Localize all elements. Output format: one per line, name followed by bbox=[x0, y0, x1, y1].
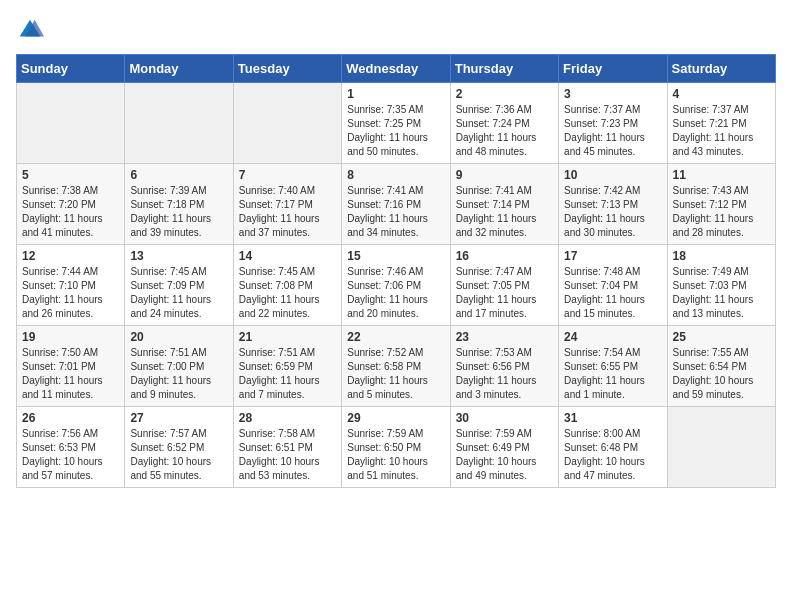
day-number: 11 bbox=[673, 168, 770, 182]
day-number: 21 bbox=[239, 330, 336, 344]
day-info: Sunrise: 7:43 AM Sunset: 7:12 PM Dayligh… bbox=[673, 184, 770, 240]
day-number: 4 bbox=[673, 87, 770, 101]
calendar-cell: 3Sunrise: 7:37 AM Sunset: 7:23 PM Daylig… bbox=[559, 83, 667, 164]
day-info: Sunrise: 7:52 AM Sunset: 6:58 PM Dayligh… bbox=[347, 346, 444, 402]
day-number: 15 bbox=[347, 249, 444, 263]
day-info: Sunrise: 7:44 AM Sunset: 7:10 PM Dayligh… bbox=[22, 265, 119, 321]
day-number: 23 bbox=[456, 330, 553, 344]
calendar-cell: 2Sunrise: 7:36 AM Sunset: 7:24 PM Daylig… bbox=[450, 83, 558, 164]
day-info: Sunrise: 7:53 AM Sunset: 6:56 PM Dayligh… bbox=[456, 346, 553, 402]
day-number: 19 bbox=[22, 330, 119, 344]
calendar-cell: 19Sunrise: 7:50 AM Sunset: 7:01 PM Dayli… bbox=[17, 326, 125, 407]
calendar-cell bbox=[17, 83, 125, 164]
calendar-cell: 22Sunrise: 7:52 AM Sunset: 6:58 PM Dayli… bbox=[342, 326, 450, 407]
day-number: 30 bbox=[456, 411, 553, 425]
day-info: Sunrise: 7:57 AM Sunset: 6:52 PM Dayligh… bbox=[130, 427, 227, 483]
day-info: Sunrise: 7:47 AM Sunset: 7:05 PM Dayligh… bbox=[456, 265, 553, 321]
day-number: 9 bbox=[456, 168, 553, 182]
day-number: 28 bbox=[239, 411, 336, 425]
day-info: Sunrise: 7:58 AM Sunset: 6:51 PM Dayligh… bbox=[239, 427, 336, 483]
day-number: 16 bbox=[456, 249, 553, 263]
day-number: 24 bbox=[564, 330, 661, 344]
day-number: 29 bbox=[347, 411, 444, 425]
calendar-cell: 21Sunrise: 7:51 AM Sunset: 6:59 PM Dayli… bbox=[233, 326, 341, 407]
weekday-header: Thursday bbox=[450, 55, 558, 83]
calendar-cell bbox=[233, 83, 341, 164]
day-info: Sunrise: 7:35 AM Sunset: 7:25 PM Dayligh… bbox=[347, 103, 444, 159]
calendar-cell: 16Sunrise: 7:47 AM Sunset: 7:05 PM Dayli… bbox=[450, 245, 558, 326]
calendar-cell: 8Sunrise: 7:41 AM Sunset: 7:16 PM Daylig… bbox=[342, 164, 450, 245]
day-info: Sunrise: 7:56 AM Sunset: 6:53 PM Dayligh… bbox=[22, 427, 119, 483]
calendar-cell: 1Sunrise: 7:35 AM Sunset: 7:25 PM Daylig… bbox=[342, 83, 450, 164]
day-number: 20 bbox=[130, 330, 227, 344]
calendar-cell: 31Sunrise: 8:00 AM Sunset: 6:48 PM Dayli… bbox=[559, 407, 667, 488]
calendar-week-row: 26Sunrise: 7:56 AM Sunset: 6:53 PM Dayli… bbox=[17, 407, 776, 488]
calendar-cell: 30Sunrise: 7:59 AM Sunset: 6:49 PM Dayli… bbox=[450, 407, 558, 488]
day-number: 13 bbox=[130, 249, 227, 263]
calendar-header-row: SundayMondayTuesdayWednesdayThursdayFrid… bbox=[17, 55, 776, 83]
day-info: Sunrise: 7:41 AM Sunset: 7:14 PM Dayligh… bbox=[456, 184, 553, 240]
day-info: Sunrise: 7:36 AM Sunset: 7:24 PM Dayligh… bbox=[456, 103, 553, 159]
weekday-header: Saturday bbox=[667, 55, 775, 83]
calendar-cell: 10Sunrise: 7:42 AM Sunset: 7:13 PM Dayli… bbox=[559, 164, 667, 245]
day-info: Sunrise: 7:45 AM Sunset: 7:09 PM Dayligh… bbox=[130, 265, 227, 321]
day-number: 22 bbox=[347, 330, 444, 344]
day-info: Sunrise: 7:51 AM Sunset: 6:59 PM Dayligh… bbox=[239, 346, 336, 402]
calendar-cell: 29Sunrise: 7:59 AM Sunset: 6:50 PM Dayli… bbox=[342, 407, 450, 488]
calendar-cell: 9Sunrise: 7:41 AM Sunset: 7:14 PM Daylig… bbox=[450, 164, 558, 245]
calendar-cell: 27Sunrise: 7:57 AM Sunset: 6:52 PM Dayli… bbox=[125, 407, 233, 488]
day-number: 27 bbox=[130, 411, 227, 425]
day-info: Sunrise: 8:00 AM Sunset: 6:48 PM Dayligh… bbox=[564, 427, 661, 483]
day-info: Sunrise: 7:51 AM Sunset: 7:00 PM Dayligh… bbox=[130, 346, 227, 402]
day-info: Sunrise: 7:46 AM Sunset: 7:06 PM Dayligh… bbox=[347, 265, 444, 321]
calendar-week-row: 5Sunrise: 7:38 AM Sunset: 7:20 PM Daylig… bbox=[17, 164, 776, 245]
logo bbox=[16, 16, 48, 44]
day-info: Sunrise: 7:48 AM Sunset: 7:04 PM Dayligh… bbox=[564, 265, 661, 321]
day-number: 26 bbox=[22, 411, 119, 425]
calendar-table: SundayMondayTuesdayWednesdayThursdayFrid… bbox=[16, 54, 776, 488]
day-info: Sunrise: 7:39 AM Sunset: 7:18 PM Dayligh… bbox=[130, 184, 227, 240]
day-info: Sunrise: 7:45 AM Sunset: 7:08 PM Dayligh… bbox=[239, 265, 336, 321]
calendar-week-row: 12Sunrise: 7:44 AM Sunset: 7:10 PM Dayli… bbox=[17, 245, 776, 326]
calendar-cell: 25Sunrise: 7:55 AM Sunset: 6:54 PM Dayli… bbox=[667, 326, 775, 407]
day-number: 8 bbox=[347, 168, 444, 182]
calendar-cell bbox=[125, 83, 233, 164]
calendar-cell: 24Sunrise: 7:54 AM Sunset: 6:55 PM Dayli… bbox=[559, 326, 667, 407]
day-number: 7 bbox=[239, 168, 336, 182]
day-info: Sunrise: 7:38 AM Sunset: 7:20 PM Dayligh… bbox=[22, 184, 119, 240]
calendar-cell: 26Sunrise: 7:56 AM Sunset: 6:53 PM Dayli… bbox=[17, 407, 125, 488]
weekday-header: Friday bbox=[559, 55, 667, 83]
day-info: Sunrise: 7:37 AM Sunset: 7:23 PM Dayligh… bbox=[564, 103, 661, 159]
calendar-week-row: 1Sunrise: 7:35 AM Sunset: 7:25 PM Daylig… bbox=[17, 83, 776, 164]
day-info: Sunrise: 7:49 AM Sunset: 7:03 PM Dayligh… bbox=[673, 265, 770, 321]
weekday-header: Tuesday bbox=[233, 55, 341, 83]
day-number: 3 bbox=[564, 87, 661, 101]
calendar-cell: 18Sunrise: 7:49 AM Sunset: 7:03 PM Dayli… bbox=[667, 245, 775, 326]
calendar-cell: 14Sunrise: 7:45 AM Sunset: 7:08 PM Dayli… bbox=[233, 245, 341, 326]
day-info: Sunrise: 7:40 AM Sunset: 7:17 PM Dayligh… bbox=[239, 184, 336, 240]
day-number: 2 bbox=[456, 87, 553, 101]
weekday-header: Wednesday bbox=[342, 55, 450, 83]
calendar-cell: 28Sunrise: 7:58 AM Sunset: 6:51 PM Dayli… bbox=[233, 407, 341, 488]
calendar-cell: 6Sunrise: 7:39 AM Sunset: 7:18 PM Daylig… bbox=[125, 164, 233, 245]
calendar-cell: 15Sunrise: 7:46 AM Sunset: 7:06 PM Dayli… bbox=[342, 245, 450, 326]
calendar-cell bbox=[667, 407, 775, 488]
calendar-cell: 11Sunrise: 7:43 AM Sunset: 7:12 PM Dayli… bbox=[667, 164, 775, 245]
day-number: 10 bbox=[564, 168, 661, 182]
page-header bbox=[16, 16, 776, 44]
day-number: 14 bbox=[239, 249, 336, 263]
calendar-cell: 23Sunrise: 7:53 AM Sunset: 6:56 PM Dayli… bbox=[450, 326, 558, 407]
day-info: Sunrise: 7:59 AM Sunset: 6:49 PM Dayligh… bbox=[456, 427, 553, 483]
day-info: Sunrise: 7:37 AM Sunset: 7:21 PM Dayligh… bbox=[673, 103, 770, 159]
calendar-week-row: 19Sunrise: 7:50 AM Sunset: 7:01 PM Dayli… bbox=[17, 326, 776, 407]
weekday-header: Sunday bbox=[17, 55, 125, 83]
day-number: 12 bbox=[22, 249, 119, 263]
day-info: Sunrise: 7:55 AM Sunset: 6:54 PM Dayligh… bbox=[673, 346, 770, 402]
calendar-cell: 7Sunrise: 7:40 AM Sunset: 7:17 PM Daylig… bbox=[233, 164, 341, 245]
calendar-cell: 20Sunrise: 7:51 AM Sunset: 7:00 PM Dayli… bbox=[125, 326, 233, 407]
calendar-cell: 17Sunrise: 7:48 AM Sunset: 7:04 PM Dayli… bbox=[559, 245, 667, 326]
day-number: 1 bbox=[347, 87, 444, 101]
calendar-cell: 12Sunrise: 7:44 AM Sunset: 7:10 PM Dayli… bbox=[17, 245, 125, 326]
day-number: 5 bbox=[22, 168, 119, 182]
day-info: Sunrise: 7:54 AM Sunset: 6:55 PM Dayligh… bbox=[564, 346, 661, 402]
